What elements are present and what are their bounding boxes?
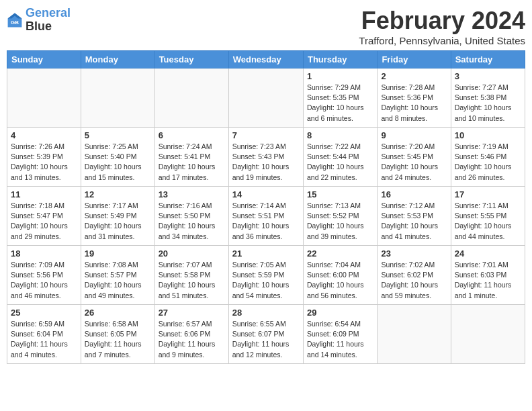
day-number: 11 <box>11 189 77 199</box>
calendar-week-row: 4Sunrise: 7:26 AM Sunset: 5:39 PM Daylig… <box>7 128 525 187</box>
calendar-cell <box>451 305 525 364</box>
calendar-cell: 23Sunrise: 7:02 AM Sunset: 6:02 PM Dayli… <box>378 246 451 305</box>
day-info: Sunrise: 7:08 AM Sunset: 5:57 PM Dayligh… <box>85 260 151 301</box>
day-number: 3 <box>455 71 521 81</box>
calendar-cell: 18Sunrise: 7:09 AM Sunset: 5:56 PM Dayli… <box>7 246 81 305</box>
day-number: 7 <box>232 130 300 140</box>
calendar-cell: 12Sunrise: 7:17 AM Sunset: 5:49 PM Dayli… <box>81 187 154 246</box>
day-number: 15 <box>307 189 373 199</box>
day-number: 9 <box>381 130 447 140</box>
day-number: 5 <box>85 130 151 140</box>
day-number: 14 <box>232 189 300 199</box>
day-info: Sunrise: 7:22 AM Sunset: 5:44 PM Dayligh… <box>307 142 373 183</box>
calendar-cell: 7Sunrise: 7:23 AM Sunset: 5:43 PM Daylig… <box>228 128 303 187</box>
calendar-cell: 22Sunrise: 7:04 AM Sunset: 6:00 PM Dayli… <box>303 246 377 305</box>
day-info: Sunrise: 6:55 AM Sunset: 6:07 PM Dayligh… <box>232 319 300 360</box>
day-number: 25 <box>11 308 77 318</box>
calendar-cell: 15Sunrise: 7:13 AM Sunset: 5:52 PM Dayli… <box>303 187 377 246</box>
day-info: Sunrise: 7:02 AM Sunset: 6:02 PM Dayligh… <box>381 260 447 301</box>
day-info: Sunrise: 7:26 AM Sunset: 5:39 PM Dayligh… <box>11 142 77 183</box>
calendar-cell: 29Sunrise: 6:54 AM Sunset: 6:09 PM Dayli… <box>303 305 377 364</box>
calendar-cell: 10Sunrise: 7:19 AM Sunset: 5:46 PM Dayli… <box>451 128 525 187</box>
day-info: Sunrise: 7:17 AM Sunset: 5:49 PM Dayligh… <box>85 201 151 242</box>
calendar-week-row: 11Sunrise: 7:18 AM Sunset: 5:47 PM Dayli… <box>7 187 525 246</box>
page-header: GB General Blue February 2024 Trafford, … <box>7 7 525 46</box>
calendar-cell <box>228 68 303 128</box>
day-info: Sunrise: 6:54 AM Sunset: 6:09 PM Dayligh… <box>307 319 373 360</box>
day-info: Sunrise: 7:09 AM Sunset: 5:56 PM Dayligh… <box>11 260 77 301</box>
calendar-week-row: 25Sunrise: 6:59 AM Sunset: 6:04 PM Dayli… <box>7 305 525 364</box>
calendar-header-friday: Friday <box>378 51 451 68</box>
calendar-header-row: SundayMondayTuesdayWednesdayThursdayFrid… <box>7 51 525 68</box>
calendar-header-thursday: Thursday <box>303 51 377 68</box>
day-number: 16 <box>381 189 447 199</box>
calendar-week-row: 1Sunrise: 7:29 AM Sunset: 5:35 PM Daylig… <box>7 68 525 128</box>
day-info: Sunrise: 7:29 AM Sunset: 5:35 PM Dayligh… <box>307 83 373 124</box>
title-block: February 2024 Trafford, Pennsylvania, Un… <box>359 7 525 46</box>
day-number: 23 <box>381 248 447 259</box>
day-number: 12 <box>85 189 151 199</box>
calendar-cell: 19Sunrise: 7:08 AM Sunset: 5:57 PM Dayli… <box>81 246 154 305</box>
calendar-cell: 28Sunrise: 6:55 AM Sunset: 6:07 PM Dayli… <box>228 305 303 364</box>
day-info: Sunrise: 7:13 AM Sunset: 5:52 PM Dayligh… <box>307 201 373 242</box>
calendar-cell: 3Sunrise: 7:27 AM Sunset: 5:38 PM Daylig… <box>451 68 525 128</box>
calendar-cell: 21Sunrise: 7:05 AM Sunset: 5:59 PM Dayli… <box>228 246 303 305</box>
day-info: Sunrise: 7:12 AM Sunset: 5:53 PM Dayligh… <box>381 201 447 242</box>
day-info: Sunrise: 6:57 AM Sunset: 6:06 PM Dayligh… <box>159 319 225 360</box>
day-info: Sunrise: 7:18 AM Sunset: 5:47 PM Dayligh… <box>11 201 77 242</box>
day-info: Sunrise: 7:19 AM Sunset: 5:46 PM Dayligh… <box>455 142 521 183</box>
calendar-cell: 20Sunrise: 7:07 AM Sunset: 5:58 PM Dayli… <box>154 246 228 305</box>
day-info: Sunrise: 7:24 AM Sunset: 5:41 PM Dayligh… <box>159 142 225 183</box>
location: Trafford, Pennsylvania, United States <box>359 35 525 46</box>
calendar-cell: 11Sunrise: 7:18 AM Sunset: 5:47 PM Dayli… <box>7 187 81 246</box>
day-number: 22 <box>307 248 373 259</box>
day-info: Sunrise: 7:20 AM Sunset: 5:45 PM Dayligh… <box>381 142 447 183</box>
day-number: 8 <box>307 130 373 140</box>
calendar-header-saturday: Saturday <box>451 51 525 68</box>
day-number: 4 <box>11 130 77 140</box>
logo-icon: GB <box>7 12 23 28</box>
calendar-cell: 24Sunrise: 7:01 AM Sunset: 6:03 PM Dayli… <box>451 246 525 305</box>
calendar-cell: 25Sunrise: 6:59 AM Sunset: 6:04 PM Dayli… <box>7 305 81 364</box>
logo-text: General Blue <box>26 7 71 34</box>
day-number: 26 <box>85 308 151 318</box>
day-number: 24 <box>455 248 521 259</box>
calendar-header-monday: Monday <box>81 51 154 68</box>
calendar-cell: 14Sunrise: 7:14 AM Sunset: 5:51 PM Dayli… <box>228 187 303 246</box>
day-number: 1 <box>307 71 373 81</box>
day-info: Sunrise: 7:23 AM Sunset: 5:43 PM Dayligh… <box>232 142 300 183</box>
day-number: 2 <box>381 71 447 81</box>
day-number: 19 <box>85 248 151 259</box>
calendar-cell: 17Sunrise: 7:11 AM Sunset: 5:55 PM Dayli… <box>451 187 525 246</box>
day-info: Sunrise: 7:05 AM Sunset: 5:59 PM Dayligh… <box>232 260 300 301</box>
day-number: 6 <box>159 130 225 140</box>
calendar-cell: 9Sunrise: 7:20 AM Sunset: 5:45 PM Daylig… <box>378 128 451 187</box>
day-info: Sunrise: 7:04 AM Sunset: 6:00 PM Dayligh… <box>307 260 373 301</box>
logo: GB General Blue <box>7 7 71 34</box>
calendar-cell: 27Sunrise: 6:57 AM Sunset: 6:06 PM Dayli… <box>154 305 228 364</box>
calendar-cell: 5Sunrise: 7:25 AM Sunset: 5:40 PM Daylig… <box>81 128 154 187</box>
calendar-header-tuesday: Tuesday <box>154 51 228 68</box>
day-info: Sunrise: 6:59 AM Sunset: 6:04 PM Dayligh… <box>11 319 77 360</box>
calendar: SundayMondayTuesdayWednesdayThursdayFrid… <box>7 50 525 364</box>
calendar-cell <box>378 305 451 364</box>
day-info: Sunrise: 7:16 AM Sunset: 5:50 PM Dayligh… <box>159 201 225 242</box>
calendar-cell: 2Sunrise: 7:28 AM Sunset: 5:36 PM Daylig… <box>378 68 451 128</box>
day-info: Sunrise: 7:28 AM Sunset: 5:36 PM Dayligh… <box>381 83 447 124</box>
day-number: 21 <box>232 248 300 259</box>
month-title: February 2024 <box>359 7 525 35</box>
day-number: 28 <box>232 308 300 318</box>
calendar-cell: 26Sunrise: 6:58 AM Sunset: 6:05 PM Dayli… <box>81 305 154 364</box>
day-number: 17 <box>455 189 521 199</box>
calendar-cell <box>154 68 228 128</box>
calendar-header-wednesday: Wednesday <box>228 51 303 68</box>
svg-text:GB: GB <box>11 19 19 26</box>
day-number: 27 <box>159 308 225 318</box>
day-info: Sunrise: 7:01 AM Sunset: 6:03 PM Dayligh… <box>455 260 521 301</box>
calendar-cell: 16Sunrise: 7:12 AM Sunset: 5:53 PM Dayli… <box>378 187 451 246</box>
calendar-header-sunday: Sunday <box>7 51 81 68</box>
day-info: Sunrise: 6:58 AM Sunset: 6:05 PM Dayligh… <box>85 319 151 360</box>
calendar-cell: 1Sunrise: 7:29 AM Sunset: 5:35 PM Daylig… <box>303 68 377 128</box>
calendar-cell: 8Sunrise: 7:22 AM Sunset: 5:44 PM Daylig… <box>303 128 377 187</box>
day-info: Sunrise: 7:25 AM Sunset: 5:40 PM Dayligh… <box>85 142 151 183</box>
